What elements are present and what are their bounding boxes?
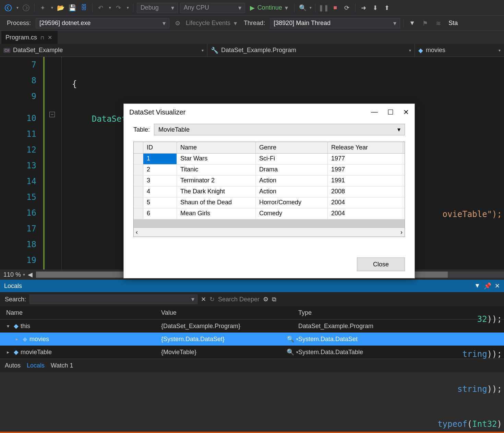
cell-id[interactable]: 5 (143, 197, 177, 208)
cell-name[interactable]: Shaun of the Dead (177, 197, 256, 208)
thread-combo[interactable]: [38920] Main Thread▾ (270, 18, 400, 28)
cell-genre[interactable]: Comedy (256, 208, 328, 219)
row-header[interactable] (134, 165, 143, 175)
threads-icon[interactable]: ≋ (433, 19, 443, 28)
redo-dropdown-icon[interactable]: ▼ (126, 6, 130, 10)
tab-autos[interactable]: Autos (5, 362, 21, 369)
col-genre[interactable]: Genre (256, 142, 328, 153)
continue-button[interactable]: ▶ Continue ▾ (247, 3, 291, 13)
redo-icon[interactable]: ↷ (114, 3, 123, 13)
grid-row[interactable]: 3Terminator 2Action1991 (134, 176, 405, 187)
col-id[interactable]: ID (143, 142, 177, 153)
undo-icon[interactable]: ↶ (96, 3, 106, 13)
table-label: Table: (133, 126, 150, 133)
back-button[interactable] (3, 3, 13, 13)
save-all-icon[interactable]: 🗄 (79, 3, 89, 13)
cell-name[interactable]: Mean Girls (177, 208, 256, 219)
cell-name[interactable]: Titanic (177, 165, 256, 175)
close-tab-icon[interactable]: ✕ (48, 34, 52, 41)
cell-id[interactable]: 1 (143, 154, 177, 164)
cell-year[interactable]: 1991 (328, 176, 403, 186)
grid-row[interactable]: 5Shaun of the DeadHorror/Comedy2004 (134, 197, 405, 208)
cell-name[interactable]: The Dark Knight (177, 187, 256, 197)
grid-row[interactable]: 1Star WarsSci-Fi1977 (134, 154, 405, 165)
filter-icon[interactable]: ▼ (407, 19, 417, 28)
pause-icon[interactable]: ❚❚ (319, 3, 328, 13)
expander-icon[interactable]: ▾ (7, 323, 12, 329)
undo-dropdown-icon[interactable]: ▼ (108, 6, 112, 10)
lifecycle-icon[interactable]: ⚙ (173, 19, 182, 28)
main-toolbar: ▼ ✦ ▼ 📂 💾 🗄 ↶ ▼ ↷ ▼ Debug▾ Any CPU▾ ▶ Co… (0, 0, 504, 16)
table-select[interactable]: MovieTable▾ (154, 124, 405, 135)
maximize-icon[interactable]: ☐ (387, 108, 394, 116)
search-tool-icon[interactable]: 🔍 (298, 3, 308, 13)
zoom-value[interactable]: 110 % (3, 271, 21, 278)
step-into-icon[interactable]: ⬇ (371, 3, 380, 13)
col-year[interactable]: Release Year (328, 142, 403, 153)
class-icon: 🔧 (211, 47, 218, 54)
forward-button[interactable] (21, 3, 31, 13)
search-deeper-icon[interactable]: ↻ (209, 296, 215, 303)
member-combo[interactable]: ◆ movies ▾ (415, 44, 504, 57)
minimize-icon[interactable]: — (371, 108, 378, 116)
cell-name[interactable]: Star Wars (177, 154, 256, 164)
expander-icon[interactable]: ▸ (7, 349, 12, 355)
cell-year[interactable]: 2004 (328, 208, 403, 219)
row-header[interactable] (134, 154, 143, 164)
cell-id[interactable]: 4 (143, 187, 177, 197)
data-grid[interactable]: ID Name Genre Release Year 1Star WarsSci… (133, 142, 405, 237)
cell-genre[interactable]: Drama (256, 165, 328, 175)
csharp-badge-icon: C# (3, 48, 10, 53)
flag-icon[interactable]: ⚑ (420, 19, 430, 28)
cell-year[interactable]: 2004 (328, 197, 403, 208)
tab-watch1[interactable]: Watch 1 (51, 362, 73, 369)
new-item-icon[interactable]: ✦ (38, 3, 48, 13)
cell-genre[interactable]: Horror/Comedy (256, 197, 328, 208)
zoom-dropdown-icon[interactable]: ▾ (23, 272, 25, 277)
close-dialog-icon[interactable]: ✕ (403, 108, 409, 116)
grid-hscroll[interactable]: ‹› (134, 228, 405, 237)
fold-column: − (45, 57, 62, 269)
row-header[interactable] (134, 187, 143, 197)
cell-genre[interactable]: Sci-Fi (256, 154, 328, 164)
cell-genre[interactable]: Action (256, 187, 328, 197)
cell-year[interactable]: 1997 (328, 165, 403, 175)
cell-name[interactable]: Terminator 2 (177, 176, 256, 186)
cell-year[interactable]: 2008 (328, 187, 403, 197)
platform-combo[interactable]: Any CPU▾ (180, 3, 245, 13)
pin-icon[interactable]: ⊓ (40, 35, 44, 40)
fold-toggle-icon[interactable]: − (49, 112, 55, 117)
tab-program-cs[interactable]: Program.cs ⊓ ✕ (1, 31, 58, 44)
row-header[interactable] (134, 176, 143, 186)
grid-row[interactable]: 4The Dark KnightAction2008 (134, 187, 405, 197)
grid-row[interactable]: 6Mean GirlsComedy2004 (134, 208, 405, 219)
class-combo[interactable]: 🔧 DataSet_Example.Program ▾ (207, 44, 415, 57)
cell-id[interactable]: 2 (143, 165, 177, 175)
row-header[interactable] (134, 208, 143, 219)
restart-icon[interactable]: ⟳ (342, 3, 352, 13)
open-folder-icon[interactable]: 📂 (56, 3, 65, 13)
save-icon[interactable]: 💾 (68, 3, 77, 13)
stop-icon[interactable]: ■ (331, 3, 340, 13)
cell-id[interactable]: 6 (143, 208, 177, 219)
cell-year[interactable]: 1977 (328, 154, 403, 164)
row-header[interactable] (134, 197, 143, 208)
step-over-icon[interactable]: ➜ (359, 3, 369, 13)
class-label: DataSet_Example.Program (221, 47, 296, 54)
cell-genre[interactable]: Action (256, 176, 328, 186)
debug-toolbar: Process: [29596] dotnet.exe▾ ⚙ Lifecycle… (0, 16, 504, 31)
col-name[interactable]: Name (177, 142, 256, 153)
cell-id[interactable]: 3 (143, 176, 177, 186)
new-dropdown-icon[interactable]: ▼ (50, 6, 54, 10)
tab-locals[interactable]: Locals (27, 362, 45, 369)
var-name: this (21, 323, 30, 330)
expander-icon[interactable]: ▸ (16, 336, 21, 342)
back-dropdown-icon[interactable]: ▼ (16, 6, 19, 10)
namespace-combo[interactable]: C# DataSet_Example ▾ (0, 44, 207, 57)
config-combo[interactable]: Debug▾ (137, 3, 178, 13)
scroll-left-icon[interactable]: ◀ (28, 271, 33, 278)
grid-row[interactable]: 2TitanicDrama1997 (134, 165, 405, 176)
process-combo[interactable]: [29596] dotnet.exe▾ (36, 18, 169, 28)
step-out-icon[interactable]: ⬆ (382, 3, 392, 13)
close-button[interactable]: Close (357, 257, 405, 271)
